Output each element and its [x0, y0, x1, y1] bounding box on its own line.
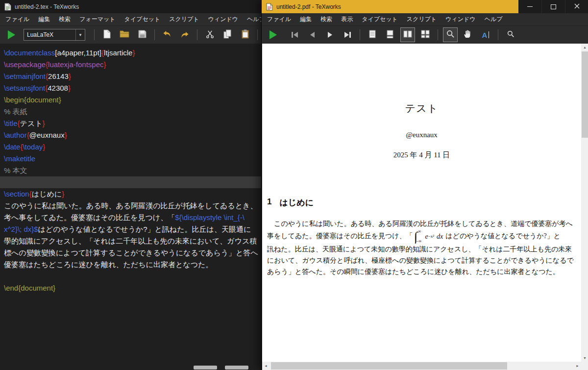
- menu-item-1[interactable]: 編集: [34, 13, 54, 25]
- play-icon: [8, 30, 15, 39]
- previous-page-button[interactable]: [305, 27, 319, 42]
- section-title: はじめに: [279, 197, 314, 208]
- next-page-button[interactable]: [322, 27, 337, 42]
- copy-button[interactable]: [220, 27, 235, 42]
- close-button[interactable]: [565, 0, 588, 13]
- integral-lower-limit: −∞: [416, 239, 422, 244]
- engine-selector[interactable]: LuaLaTeX ▼: [24, 29, 85, 41]
- menu-item-3[interactable]: フォーマット: [75, 13, 120, 25]
- menu-item-3[interactable]: 表示: [337, 13, 357, 25]
- code-token: \begin{document}: [4, 96, 61, 104]
- code-token: }: [132, 49, 135, 57]
- menu-item-0[interactable]: ファイル: [1, 13, 34, 25]
- previous-page-icon: [310, 32, 315, 38]
- inline-math-integral: ∫∞−∞e−x²dx: [414, 229, 445, 244]
- menu-item-4[interactable]: タイプセット: [357, 13, 402, 25]
- save-button[interactable]: [135, 27, 149, 42]
- paragraph-line: このやうに私は聞いた。ある時、ある阿羅漢の比丘が托鉢をしてゐるとき、道端で優婆塞…: [267, 218, 578, 229]
- toolbar-separator: [438, 29, 438, 40]
- code-token: はどのやうな値となるでせうか?」と訊ねた。比丘は、天眼通に: [38, 225, 251, 233]
- code-token: \author: [4, 131, 27, 139]
- text-select-tool-button[interactable]: A: [478, 27, 493, 42]
- section-heading: 1 はじめに: [267, 197, 577, 208]
- horizontal-scroll-thumb[interactable]: [271, 362, 507, 370]
- toolbar-separator: [257, 29, 258, 40]
- zoom-tool-button[interactable]: [443, 27, 458, 42]
- statusbar-fragment: [194, 366, 217, 370]
- maximize-icon: [551, 4, 556, 9]
- code-token: }: [104, 60, 106, 69]
- code-token: はじめに: [32, 190, 62, 198]
- pdf-window-title: untitled-2.pdf - TeXworks: [276, 3, 341, 10]
- chevron-down-icon: ▼: [75, 29, 85, 40]
- code-token: % 本文: [4, 166, 27, 174]
- paragraph-line-with-math: 事をしてゐた。優婆塞はその比丘を見つけ、「∫∞−∞e−x²dxはどのやうな値とな…: [267, 229, 578, 244]
- last-page-button[interactable]: [340, 27, 355, 42]
- save-icon: [138, 30, 147, 40]
- two-page-continuous-button[interactable]: [418, 27, 433, 42]
- window-controls: [518, 0, 588, 13]
- scroll-left-arrow[interactable]: ◄: [262, 362, 270, 370]
- menu-item-5[interactable]: スクリプト: [402, 13, 441, 25]
- code-token: 26143: [48, 72, 69, 80]
- typeset-run-button[interactable]: [4, 27, 19, 42]
- code-token: テスト: [20, 119, 43, 127]
- first-page-icon: [292, 32, 293, 38]
- code-token: [a4paper,11pt]: [55, 49, 101, 57]
- engine-label: LuaLaTeX: [27, 31, 53, 38]
- open-document-button[interactable]: [117, 27, 132, 42]
- menu-item-2[interactable]: 検索: [54, 13, 75, 25]
- new-document-icon: [103, 29, 111, 41]
- menu-item-7[interactable]: ヘルプ: [480, 13, 507, 25]
- menu-item-6[interactable]: ウィンドウ: [204, 13, 243, 25]
- horizontal-scrollbar[interactable]: ◄ ►: [262, 362, 581, 370]
- vertical-scrollbar[interactable]: ▲ ▼: [581, 44, 588, 362]
- scroll-right-arrow[interactable]: ►: [574, 362, 581, 370]
- menu-item-1[interactable]: 編集: [295, 13, 316, 25]
- magnifier-icon: [446, 30, 455, 40]
- toolbar-separator: [498, 29, 498, 40]
- code-token: \documentclass: [4, 49, 55, 57]
- play-icon: [270, 30, 277, 39]
- menu-item-4[interactable]: タイプセット: [120, 13, 165, 25]
- code-token: \usepackage: [4, 60, 46, 69]
- desktop: untitled-2.tex - TeXworks ファイル編集検索フォーマット…: [0, 0, 588, 370]
- statusbar-fragments: [194, 366, 248, 370]
- section-number: 1: [267, 197, 271, 208]
- first-page-icon: [294, 32, 298, 38]
- code-token: % 表紙: [4, 107, 27, 116]
- menu-item-0[interactable]: ファイル: [263, 13, 295, 25]
- pdf-viewport[interactable]: テスト @euxnaux 2025 年 4 月 11 日 1 はじめに このやう…: [262, 44, 581, 362]
- menu-item-6[interactable]: ウィンドウ: [441, 13, 480, 25]
- redo-button[interactable]: [177, 27, 192, 42]
- text-cursor-icon: [489, 31, 489, 38]
- two-page-button[interactable]: [400, 27, 415, 42]
- find-button[interactable]: [503, 27, 518, 42]
- code-token: @euxnaux: [29, 131, 65, 139]
- scroll-down-arrow[interactable]: ▼: [581, 354, 588, 362]
- undo-button[interactable]: [160, 27, 174, 42]
- menu-item-2[interactable]: 検索: [316, 13, 337, 25]
- copy-icon: [223, 29, 232, 41]
- maximize-button[interactable]: [541, 0, 565, 13]
- next-page-icon: [328, 32, 332, 38]
- last-page-icon: [349, 32, 351, 38]
- continuous-page-button[interactable]: [383, 27, 397, 42]
- minimize-button[interactable]: [518, 0, 541, 13]
- cut-button[interactable]: [202, 27, 217, 42]
- text-select-icon: A: [482, 31, 488, 39]
- vertical-scroll-thumb[interactable]: [582, 51, 588, 138]
- pdf-titlebar[interactable]: untitled-2.pdf - TeXworks: [262, 0, 588, 13]
- single-page-button[interactable]: [365, 27, 380, 42]
- hand-tool-button[interactable]: [461, 27, 475, 42]
- code-token: \section: [4, 190, 29, 198]
- new-document-button[interactable]: [99, 27, 114, 42]
- code-token: luatexja-fontspec: [48, 60, 103, 69]
- first-page-button[interactable]: [287, 27, 302, 42]
- menu-item-5[interactable]: スクリプト: [165, 13, 203, 25]
- paste-button[interactable]: [238, 27, 252, 42]
- scroll-up-arrow[interactable]: ▲: [581, 44, 588, 51]
- scissors-icon: [206, 30, 214, 40]
- math-exponent: −x²: [428, 231, 434, 242]
- typeset-run-button[interactable]: [266, 27, 280, 42]
